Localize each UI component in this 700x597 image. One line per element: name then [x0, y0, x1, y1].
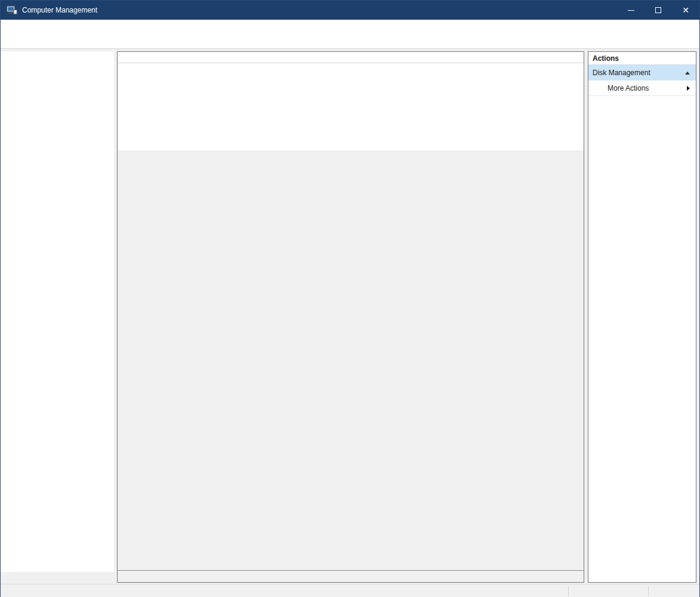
- computer-management-window: Computer Management ✕ Actions Disk Manag…: [0, 0, 700, 597]
- tree-horizontal-scrollbar[interactable]: [1, 572, 114, 583]
- close-button[interactable]: ✕: [672, 1, 699, 20]
- actions-header: Actions: [588, 52, 696, 65]
- disk-vertical-scrollbar[interactable]: [574, 161, 584, 570]
- menu-bar: [1, 20, 699, 32]
- console-tree-panel: [1, 51, 114, 583]
- status-bar: [1, 584, 699, 597]
- actions-group-disk-management[interactable]: Disk Management: [588, 65, 696, 81]
- close-icon: ✕: [682, 6, 689, 14]
- window-title: Computer Management: [22, 6, 97, 14]
- more-actions-label: More Actions: [608, 84, 649, 92]
- more-actions-item[interactable]: More Actions: [588, 81, 696, 96]
- maximize-button[interactable]: [645, 1, 672, 20]
- disk-management-panel: [117, 51, 584, 583]
- volume-horizontal-scrollbar[interactable]: [118, 150, 584, 161]
- minimize-icon: [628, 10, 634, 11]
- console-tree: [1, 51, 114, 572]
- collapse-icon: [685, 72, 690, 75]
- submenu-arrow-icon: [687, 86, 690, 91]
- disk-graph-area: [118, 161, 584, 570]
- volume-list-header: [118, 52, 584, 63]
- partition-legend: [118, 570, 584, 582]
- disk-list: [118, 161, 574, 570]
- volume-list: [118, 52, 584, 150]
- actions-group-label: Disk Management: [593, 69, 650, 77]
- maximize-icon: [655, 7, 661, 13]
- actions-panel: Actions Disk Management More Actions: [588, 51, 696, 583]
- app-icon: [7, 5, 17, 16]
- minimize-button[interactable]: [617, 1, 645, 20]
- toolbar: [1, 32, 699, 49]
- title-bar: Computer Management ✕: [1, 1, 699, 20]
